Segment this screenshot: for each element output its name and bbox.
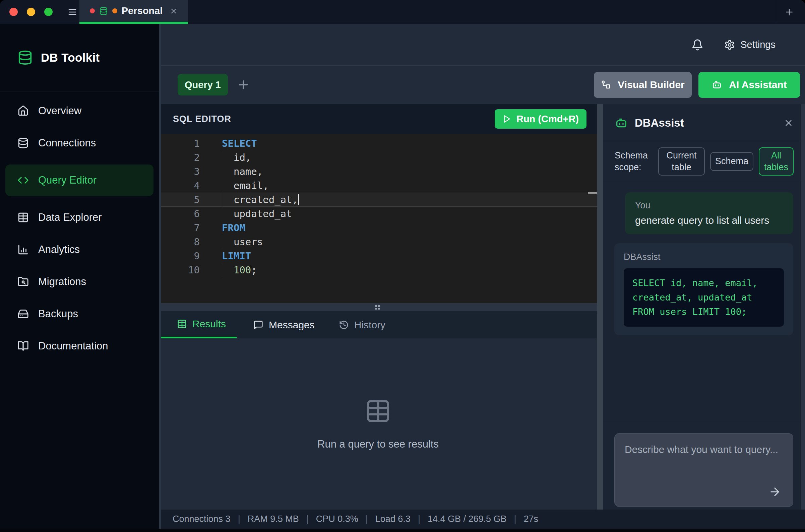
sidebar-nav: OverviewConnectionsQuery EditorData Expl… xyxy=(0,92,159,357)
query-tab-1[interactable]: Query 1 xyxy=(177,74,228,95)
assistant-message: DBAssistSELECT id, name, email, created_… xyxy=(614,243,793,335)
robot-icon xyxy=(711,79,722,90)
plus-icon xyxy=(784,7,794,17)
sidebar-item-data-explorer[interactable]: Data Explorer xyxy=(5,207,153,228)
editor-line-7: 7FROM xyxy=(159,221,597,235)
sidebar-item-connections[interactable]: Connections xyxy=(5,132,153,154)
tab-messages[interactable]: Messages xyxy=(249,311,319,338)
sidebar-item-label: Overview xyxy=(38,105,81,117)
visual-builder-button[interactable]: Visual Builder xyxy=(594,72,692,98)
new-tab-button[interactable] xyxy=(783,6,795,18)
status-separator: | xyxy=(418,514,420,524)
editor-line-8: 8 users xyxy=(159,235,597,249)
status-separator: | xyxy=(306,514,308,524)
line-code: name, xyxy=(222,165,263,178)
table-grid-icon xyxy=(365,398,391,424)
results-empty-state: Run a query to see results xyxy=(159,338,597,510)
editor-line-10: 10 100; xyxy=(159,263,597,277)
database-icon xyxy=(99,7,108,15)
settings-label: Settings xyxy=(740,39,775,50)
sql-code-editor[interactable]: 1SELECT2 id,3 name,4 email,5 created_at,… xyxy=(159,134,597,303)
close-window-button[interactable] xyxy=(10,8,18,16)
status-segment: Load 6.3 xyxy=(375,514,411,524)
tab-personal[interactable]: Personal xyxy=(79,0,188,24)
migrations-icon xyxy=(17,276,29,287)
ai-assistant-button[interactable]: AI Assistant xyxy=(698,72,800,98)
chart-icon xyxy=(17,244,29,255)
tab-history[interactable]: History xyxy=(335,311,389,338)
editor-line-9: 9LIMIT xyxy=(159,249,597,263)
line-code: users xyxy=(222,235,263,249)
chat-input[interactable] xyxy=(614,433,793,507)
table-icon xyxy=(17,212,29,223)
send-arrow-icon[interactable] xyxy=(768,486,781,498)
sidebar-item-label: Backups xyxy=(38,308,78,320)
scope-option-current-table[interactable]: Currenttable xyxy=(658,147,705,175)
sidebar-item-label: Connections xyxy=(38,137,96,149)
sidebar-item-query-editor[interactable]: Query Editor xyxy=(5,165,153,196)
sidebar-divider xyxy=(159,24,161,529)
close-tab-icon[interactable] xyxy=(170,7,177,15)
overview-ruler-cursor-marker xyxy=(588,192,597,194)
database-icon xyxy=(17,137,29,149)
sidebar-item-label: Data Explorer xyxy=(38,211,102,224)
sidebar: DB Toolkit OverviewConnectionsQuery Edit… xyxy=(0,24,159,532)
status-segment: 14.4 GB / 269.5 GB xyxy=(428,514,507,524)
menu-icon[interactable] xyxy=(67,7,77,17)
sql-editor-title: SQL EDITOR xyxy=(173,114,231,124)
gear-icon xyxy=(724,40,735,50)
app-title: DB Toolkit xyxy=(41,51,99,64)
titlebar-divider xyxy=(777,0,777,24)
sidebar-item-backups[interactable]: Backups xyxy=(5,303,153,325)
status-separator: | xyxy=(366,514,368,524)
line-code: updated_at xyxy=(222,207,292,221)
settings-button[interactable]: Settings xyxy=(724,39,775,50)
add-query-tab-button[interactable] xyxy=(237,78,250,92)
panel-scrollbar[interactable] xyxy=(801,104,805,510)
editor-line-4: 4 email, xyxy=(159,178,597,193)
sidebar-item-analytics[interactable]: Analytics xyxy=(5,239,153,260)
table-icon xyxy=(177,319,187,329)
sidebar-item-migrations[interactable]: Migrations xyxy=(5,271,153,292)
sidebar-item-label: Query Editor xyxy=(38,174,96,186)
line-number: 5 xyxy=(159,193,209,207)
results-tab-bar: ResultsMessagesHistory xyxy=(159,311,597,338)
scope-option-schema[interactable]: Schema xyxy=(710,152,753,171)
notifications-bell-icon[interactable] xyxy=(691,39,704,51)
visual-builder-label: Visual Builder xyxy=(618,79,685,91)
horizontal-splitter[interactable] xyxy=(159,303,597,311)
message-role: DBAssist xyxy=(624,252,784,262)
status-segment: Connections 3 xyxy=(173,514,230,524)
query-tab-bar: Query 1 Visual Builder AI Assistant xyxy=(159,66,805,104)
line-number: 1 xyxy=(159,136,209,150)
editor-line-2: 2 id, xyxy=(159,150,597,165)
sidebar-item-label: Migrations xyxy=(38,276,86,288)
scope-option-all-tables[interactable]: Alltables xyxy=(759,147,793,175)
tab-label: History xyxy=(354,319,386,331)
schema-scope-row: Schema scope: CurrenttableSchemaAlltable… xyxy=(603,142,805,181)
run-query-button[interactable]: Run (Cmd+R) xyxy=(495,109,586,129)
schema-scope-options: CurrenttableSchemaAlltables xyxy=(658,147,793,175)
status-separator: | xyxy=(238,514,240,524)
line-code: SELECT xyxy=(222,136,257,150)
line-code: created_at, xyxy=(222,193,299,207)
text-cursor xyxy=(298,194,299,205)
empty-state-text: Run a query to see results xyxy=(317,438,439,450)
chat-input-box xyxy=(614,433,793,507)
line-code: 100; xyxy=(222,263,257,277)
line-number: 2 xyxy=(159,150,209,165)
line-number: 7 xyxy=(159,221,209,235)
drag-handle-icon xyxy=(375,305,381,309)
minimize-window-button[interactable] xyxy=(27,8,35,16)
sidebar-item-overview[interactable]: Overview xyxy=(5,100,153,121)
sidebar-item-documentation[interactable]: Documentation xyxy=(5,335,153,357)
zoom-window-button[interactable] xyxy=(44,8,53,16)
close-panel-icon[interactable] xyxy=(784,118,793,128)
editor-line-1: 1SELECT xyxy=(159,136,597,150)
sql-code-block: SELECT id, name, email, created_at, upda… xyxy=(624,268,784,327)
window-controls xyxy=(10,8,53,16)
line-number: 6 xyxy=(159,207,209,221)
vertical-splitter[interactable] xyxy=(597,104,603,510)
status-segment: RAM 9.5 MB xyxy=(248,514,299,524)
tab-results[interactable]: Results xyxy=(159,311,237,338)
